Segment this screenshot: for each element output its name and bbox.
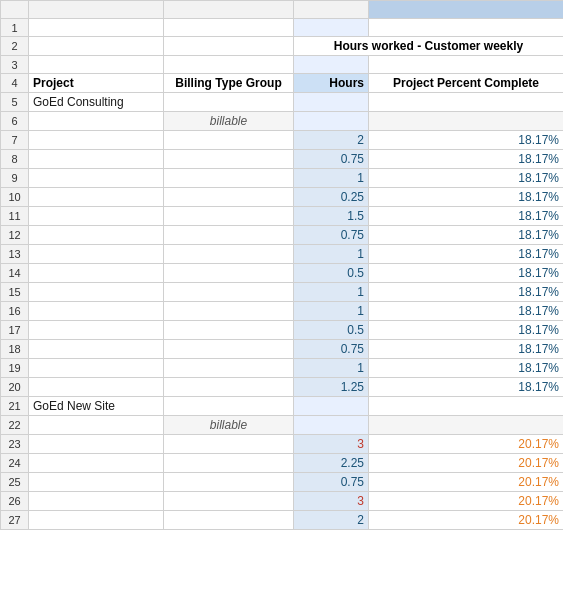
table-row: 6billable: [1, 112, 564, 131]
col-header-a[interactable]: [29, 1, 164, 19]
row-number: 22: [1, 416, 29, 435]
b: [29, 19, 164, 37]
c: [164, 56, 294, 74]
table-row: 170.518.17%: [1, 321, 564, 340]
col-header-b[interactable]: [164, 1, 294, 19]
table-row: 80.7518.17%: [1, 150, 564, 169]
d: [294, 416, 369, 435]
row-number: 7: [1, 131, 29, 150]
table-row: 111.518.17%: [1, 207, 564, 226]
b: [29, 207, 164, 226]
billing-type: billable: [164, 416, 294, 435]
c: [164, 378, 294, 397]
e: [369, 416, 564, 435]
hours-empty: [294, 397, 369, 416]
row-number: 19: [1, 359, 29, 378]
pct: 18.17%: [369, 150, 564, 169]
row-number: 26: [1, 492, 29, 511]
pct: 18.17%: [369, 264, 564, 283]
table-row: 26320.17%: [1, 492, 564, 511]
pct: 18.17%: [369, 245, 564, 264]
c: [164, 302, 294, 321]
row-number: 10: [1, 188, 29, 207]
table-row: 4ProjectBilling Type GroupHoursProject P…: [1, 74, 564, 93]
b: [29, 359, 164, 378]
b: [29, 416, 164, 435]
c: [164, 340, 294, 359]
b: [29, 112, 164, 131]
pct: 18.17%: [369, 359, 564, 378]
pct-empty: [369, 397, 564, 416]
hours: 0.5: [294, 264, 369, 283]
pct: 20.17%: [369, 435, 564, 454]
pct: 20.17%: [369, 492, 564, 511]
table-row: 15118.17%: [1, 283, 564, 302]
b: [29, 264, 164, 283]
col-header-c-letter[interactable]: [294, 1, 369, 19]
table-row: 7218.17%: [1, 131, 564, 150]
c: [164, 283, 294, 302]
hours: 2: [294, 131, 369, 150]
c: [164, 19, 294, 37]
c: [164, 321, 294, 340]
hours: 3: [294, 492, 369, 511]
b: [29, 150, 164, 169]
pct: 18.17%: [369, 378, 564, 397]
b: [29, 37, 164, 56]
row-number: 23: [1, 435, 29, 454]
pct: 18.17%: [369, 131, 564, 150]
row-number: 15: [1, 283, 29, 302]
c: [164, 169, 294, 188]
col-header-d-letter[interactable]: [369, 1, 564, 19]
c: [164, 226, 294, 245]
table-row: 140.518.17%: [1, 264, 564, 283]
col-header-hours: Hours: [294, 74, 369, 93]
row-number: 4: [1, 74, 29, 93]
table-row: 100.2518.17%: [1, 188, 564, 207]
c: [164, 359, 294, 378]
col-header-billing: Billing Type Group: [164, 74, 294, 93]
row-number: 14: [1, 264, 29, 283]
hours: 0.75: [294, 473, 369, 492]
hours: 0.75: [294, 226, 369, 245]
hours: 2: [294, 511, 369, 530]
b: [29, 188, 164, 207]
b: [29, 131, 164, 150]
pct: 18.17%: [369, 188, 564, 207]
c: [164, 37, 294, 56]
d: [294, 112, 369, 131]
billing-empty: [164, 93, 294, 112]
hours-empty: [294, 93, 369, 112]
corner-cell: [1, 1, 29, 19]
table-row: 5GoEd Consulting: [1, 93, 564, 112]
row-number: 11: [1, 207, 29, 226]
pct: 18.17%: [369, 340, 564, 359]
row-number: 25: [1, 473, 29, 492]
row-number: 1: [1, 19, 29, 37]
b: [29, 340, 164, 359]
table-row: 3: [1, 56, 564, 74]
b: [29, 454, 164, 473]
d: [294, 56, 369, 74]
table-row: 23320.17%: [1, 435, 564, 454]
pct: 18.17%: [369, 226, 564, 245]
b: [29, 302, 164, 321]
b: [29, 321, 164, 340]
b: [29, 473, 164, 492]
hours: 0.5: [294, 321, 369, 340]
table-row: 27220.17%: [1, 511, 564, 530]
row-number: 18: [1, 340, 29, 359]
billing-empty: [164, 397, 294, 416]
table-row: 2Hours worked - Customer weekly: [1, 37, 564, 56]
table-row: 242.2520.17%: [1, 454, 564, 473]
row-number: 13: [1, 245, 29, 264]
c: [164, 454, 294, 473]
b: [29, 56, 164, 74]
hours: 1.25: [294, 378, 369, 397]
b: [29, 492, 164, 511]
e: [369, 56, 564, 74]
c: [164, 245, 294, 264]
row-number: 16: [1, 302, 29, 321]
hours: 1: [294, 283, 369, 302]
hours: 1: [294, 359, 369, 378]
